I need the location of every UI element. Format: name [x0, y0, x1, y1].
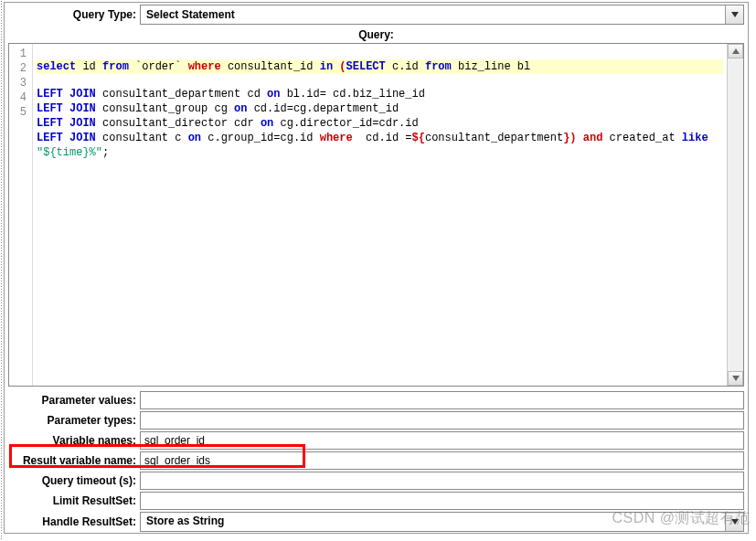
- param-values-label: Parameter values:: [8, 394, 140, 407]
- variable-names-input[interactable]: [140, 431, 744, 450]
- query-section-header: Query:: [5, 27, 748, 43]
- scroll-down-icon[interactable]: [728, 371, 743, 386]
- param-types-label: Parameter types:: [8, 414, 140, 427]
- watermark-text: CSDN @测试超有范: [612, 509, 751, 528]
- param-values-input[interactable]: [140, 391, 744, 409]
- limit-resultset-input[interactable]: [140, 492, 744, 510]
- result-variable-input[interactable]: [140, 451, 744, 470]
- variable-names-label: Variable names:: [8, 434, 140, 447]
- query-type-value: Select Statement: [141, 5, 725, 24]
- dropdown-arrow-icon[interactable]: [725, 5, 743, 24]
- result-variable-label: Result variable name:: [8, 454, 140, 467]
- query-timeout-input[interactable]: [140, 472, 744, 490]
- param-types-input[interactable]: [140, 411, 744, 430]
- scroll-up-icon[interactable]: [728, 44, 743, 58]
- line-gutter: 1 2 3 4 5: [9, 44, 33, 386]
- limit-resultset-label: Limit ResultSet:: [8, 494, 140, 507]
- query-type-label: Query Type:: [8, 8, 140, 21]
- sql-editor[interactable]: 1 2 3 4 5 select id from `order` where c…: [8, 43, 744, 387]
- sql-code-area[interactable]: select id from `order` where consultant_…: [33, 44, 727, 386]
- handle-resultset-label: Handle ResultSet:: [8, 515, 140, 528]
- editor-scrollbar[interactable]: [727, 44, 743, 386]
- query-timeout-label: Query timeout (s):: [8, 474, 140, 487]
- query-type-dropdown[interactable]: Select Statement: [140, 5, 744, 25]
